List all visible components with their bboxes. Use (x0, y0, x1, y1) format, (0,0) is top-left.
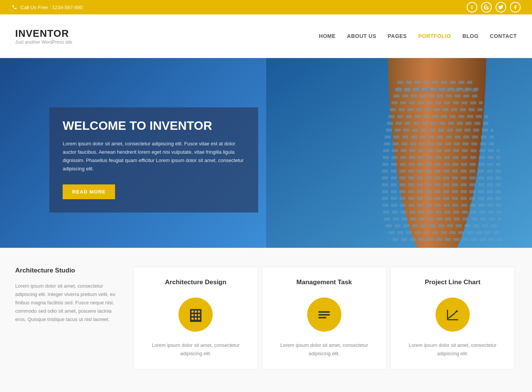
svg-rect-196 (391, 183, 397, 186)
svg-rect-20 (395, 88, 401, 91)
svg-rect-316 (488, 238, 494, 241)
svg-rect-66 (423, 115, 429, 118)
svg-rect-100 (393, 135, 399, 139)
facebook-icon[interactable] (510, 2, 521, 13)
nav-blog[interactable]: BLOG (463, 33, 478, 39)
svg-rect-93 (447, 129, 453, 132)
svg-rect-228 (426, 197, 432, 200)
svg-rect-90 (421, 129, 427, 132)
svg-rect-276 (480, 217, 486, 220)
svg-rect-162 (461, 163, 467, 166)
svg-rect-76 (404, 122, 410, 125)
svg-rect-281 (403, 224, 409, 227)
svg-rect-195 (382, 183, 388, 186)
nav-pages[interactable]: PAGES (388, 33, 407, 39)
twitter-icon[interactable] (496, 2, 506, 13)
svg-rect-193 (487, 176, 493, 179)
svg-rect-272 (445, 217, 451, 220)
svg-rect-186 (426, 176, 432, 179)
svg-rect-91 (429, 129, 436, 132)
svg-rect-265 (384, 217, 390, 220)
svg-rect-176 (461, 170, 467, 173)
svg-rect-204 (461, 183, 467, 186)
svg-rect-13 (415, 81, 421, 84)
svg-rect-75 (396, 122, 402, 125)
svg-rect-115 (410, 142, 416, 145)
svg-rect-129 (418, 149, 424, 152)
svg-rect-26 (448, 88, 454, 91)
svg-rect-65 (415, 115, 421, 118)
svg-rect-231 (452, 197, 458, 200)
nav-about[interactable]: ABOUT US (347, 33, 376, 39)
svg-rect-139 (383, 156, 389, 159)
nav-portfolio[interactable]: PORTFOLIO (418, 33, 451, 39)
svg-rect-248 (478, 204, 485, 207)
svg-rect-210 (391, 190, 397, 193)
svg-rect-322 (191, 314, 194, 316)
svg-rect-40 (392, 101, 398, 104)
svg-rect-127 (401, 149, 407, 152)
svg-rect-71 (467, 115, 473, 118)
feature-studio-text: Lorem ipsum dolor sit amet, consectetur … (15, 282, 120, 324)
nav-home[interactable]: HOME (319, 33, 336, 39)
svg-rect-266 (393, 217, 399, 220)
svg-rect-169 (399, 170, 406, 173)
svg-rect-73 (485, 115, 488, 118)
svg-rect-58 (451, 108, 457, 111)
svg-rect-226 (408, 197, 414, 200)
svg-rect-329 (319, 314, 330, 315)
svg-rect-74 (387, 122, 393, 125)
svg-rect-161 (452, 163, 458, 166)
svg-rect-178 (478, 170, 484, 173)
svg-rect-59 (460, 108, 466, 111)
svg-rect-94 (456, 129, 462, 132)
svg-rect-144 (426, 156, 433, 159)
svg-rect-113 (393, 142, 399, 145)
svg-rect-123 (480, 142, 486, 145)
svg-rect-202 (443, 183, 449, 186)
svg-rect-252 (392, 211, 398, 214)
svg-rect-15 (432, 81, 438, 84)
svg-rect-307 (410, 238, 416, 241)
nav-contact[interactable]: CONTACT (490, 33, 517, 39)
svg-rect-135 (470, 149, 477, 152)
svg-rect-128 (409, 149, 415, 152)
svg-rect-289 (473, 224, 479, 227)
logo: INVENTOR Just another WordPress site (15, 28, 73, 45)
svg-rect-223 (382, 197, 388, 200)
svg-rect-211 (399, 190, 406, 193)
features-section: Architecture Studio Lorem ipsum dolor si… (0, 248, 532, 392)
pinterest-icon[interactable] (481, 2, 492, 13)
svg-rect-251 (383, 211, 389, 214)
svg-rect-288 (464, 224, 470, 227)
read-more-button[interactable]: READ MORE (63, 184, 115, 199)
svg-rect-323 (195, 314, 197, 316)
svg-rect-60 (469, 108, 475, 111)
svg-rect-284 (429, 224, 436, 227)
svg-rect-191 (469, 176, 475, 179)
svg-rect-245 (452, 204, 458, 207)
svg-rect-18 (458, 81, 464, 84)
hero-title: WELCOME TO INVENTOR (63, 119, 245, 133)
chart-icon (444, 306, 461, 323)
tumblr-icon[interactable]: t (467, 2, 477, 13)
svg-rect-183 (399, 176, 406, 179)
svg-rect-200 (426, 183, 432, 186)
svg-rect-86 (386, 129, 392, 132)
svg-rect-315 (480, 238, 486, 241)
svg-rect-141 (400, 156, 406, 159)
svg-rect-41 (400, 101, 406, 104)
svg-rect-87 (395, 129, 401, 132)
svg-rect-317 (497, 238, 502, 241)
svg-rect-253 (401, 211, 407, 214)
svg-rect-271 (436, 217, 442, 220)
svg-rect-148 (461, 156, 467, 159)
svg-rect-38 (463, 94, 469, 98)
svg-rect-237 (382, 204, 388, 207)
svg-rect-109 (472, 135, 478, 139)
svg-rect-314 (471, 238, 477, 241)
svg-rect-194 (496, 176, 501, 179)
svg-rect-14 (423, 81, 429, 84)
svg-rect-308 (418, 238, 425, 241)
svg-rect-216 (443, 190, 449, 193)
